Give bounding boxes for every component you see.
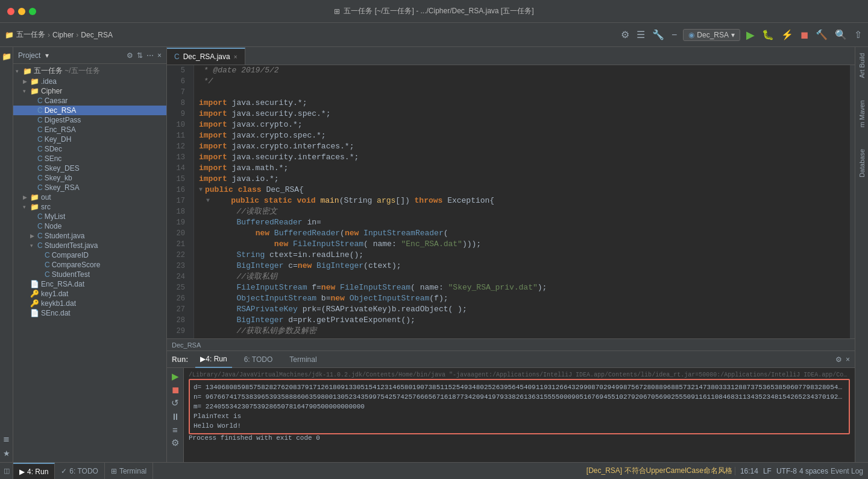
tree-item-studenttest[interactable]: ▾ C StudentTest.java (13, 241, 166, 250)
code-line: RSAPrivateKey prk=(RSAPrivateKey)b.readO… (199, 304, 845, 315)
left-vertical-bar: 📁 ≣ ★ (0, 47, 13, 462)
folder-icon: 📁 (5, 31, 14, 39)
settings-icon[interactable]: ⚙ (835, 355, 842, 364)
build-button[interactable]: 🔨 (814, 28, 829, 42)
status-lf: LF (761, 467, 774, 475)
terminal-tab[interactable]: ⊞ Terminal (105, 463, 153, 480)
tools-icon[interactable]: 🔧 (651, 28, 665, 42)
code-line: //读取密文 (199, 206, 845, 217)
tree-item-dec-rsa[interactable]: C Dec_RSA (13, 106, 166, 115)
coverage-button[interactable]: ⚡ (780, 28, 794, 42)
project-icon[interactable]: 📁 (0, 49, 13, 63)
minimize-button[interactable] (18, 8, 25, 15)
settings-icon[interactable]: ⚙ (127, 51, 133, 60)
tree-item-senc-dat[interactable]: 📄 SEnc.dat (13, 308, 166, 318)
debug-button[interactable]: 🐛 (761, 28, 775, 42)
maven-panel[interactable]: m Maven (857, 97, 867, 131)
tree-item-cipher[interactable]: ▾ 📁 Cipher (13, 86, 166, 96)
close-button[interactable] (7, 8, 14, 15)
tree-item-compareid[interactable]: C CompareID (13, 250, 166, 260)
tree-item-caesar[interactable]: C Caesar (13, 96, 166, 106)
run-button[interactable]: ▶ (745, 27, 756, 43)
status-encoding[interactable]: UTF-8 (776, 467, 797, 475)
tree-item-sdec[interactable]: C SDec (13, 144, 166, 154)
tree-item-key1-dat[interactable]: 🔑 key1.dat (13, 289, 166, 299)
tree-item-skey-des[interactable]: C Skey_DES (13, 163, 166, 173)
code-line: new FileInputStream( name: "Enc_RSA.dat"… (199, 239, 845, 250)
rerun-button[interactable]: ↺ (169, 397, 181, 409)
tree-item-senc[interactable]: C SEnc (13, 154, 166, 163)
tree-item-comparescore[interactable]: C CompareScore (13, 260, 166, 270)
code-line: import java.io.*; (199, 174, 845, 185)
tree-item-src[interactable]: ▾ 📁 src (13, 202, 166, 212)
tree-item-idea[interactable]: ▶ 📁 .idea (13, 77, 166, 86)
database-panel[interactable]: Database (857, 145, 867, 181)
tree-item-key-dh[interactable]: C Key_DH (13, 135, 166, 144)
editor-tabs: C Dec_RSA.java × (167, 47, 855, 65)
status-bar: [Dec_RSA] 不符合UpperCamelCase命名风格 16:14 LF… (587, 466, 868, 476)
module-name[interactable]: Cipher (52, 31, 74, 39)
tree-item-studenttest2[interactable]: C StudentTest (13, 270, 166, 279)
bottom-tab-run[interactable]: ▶ 4: Run (195, 351, 231, 368)
code-line: ▼ public class Dec_RSA{ (199, 185, 845, 195)
tab-close-icon[interactable]: × (234, 54, 237, 60)
stop-run-button[interactable]: ◼ (169, 384, 181, 396)
editor-scrollbar[interactable] (850, 65, 855, 338)
tree-item-digestpass[interactable]: C DigestPass (13, 115, 166, 125)
run-again-button[interactable]: ▶ (169, 370, 181, 382)
tree-item-mylist[interactable]: C MyList (13, 212, 166, 221)
gear-icon[interactable]: ⋯ (146, 51, 154, 60)
search-button[interactable]: 🔍 (834, 28, 848, 42)
fold-arrow[interactable]: ▼ (199, 185, 203, 195)
status-warning[interactable]: [Dec_RSA] 不符合UpperCamelCase命名风格 (587, 466, 732, 476)
breadcrumb: 📁 五一任务 › Cipher › Dec_RSA (5, 30, 113, 40)
code-content[interactable]: * @date 2019/5/2 */ import java.security… (194, 65, 850, 338)
tree-item-skey-rsa[interactable]: C Skey_RSA (13, 183, 166, 192)
project-toggle[interactable]: ◫ (0, 463, 13, 480)
todo-tab[interactable]: ✓ 6: TODO (55, 463, 105, 480)
tree-item-student[interactable]: ▶ C Student.java (13, 231, 166, 241)
tree-item-enc-rsa[interactable]: C Enc_RSA (13, 125, 166, 135)
tree-item-enc-rsa-dat[interactable]: 📄 Enc_RSA.dat (13, 279, 166, 289)
project-name[interactable]: 五一任务 (16, 30, 45, 40)
code-line: BigInteger d=prk.getPrivateExponent(); (199, 315, 845, 326)
status-indent[interactable]: 4 spaces (799, 467, 828, 475)
tree-item-keykb1-dat[interactable]: 🔑 keykb1.dat (13, 299, 166, 308)
window-controls[interactable] (7, 8, 36, 15)
fold-arrow[interactable]: ▼ (206, 195, 210, 206)
close-panel-icon[interactable]: × (846, 355, 850, 364)
tree-item-out[interactable]: ▶ 📁 out (13, 192, 166, 202)
settings-icon[interactable]: ⚙ (620, 28, 631, 42)
tree-item-skey-kb[interactable]: C Skey_kb (13, 173, 166, 183)
maximize-button[interactable] (29, 8, 36, 15)
tree-item-root[interactable]: ▾ 📁 五一任务 ~/五一任务 (13, 65, 166, 77)
art-build-panel[interactable]: Art Build (857, 49, 867, 82)
stop-button[interactable]: ◼ (799, 28, 810, 42)
pause-button[interactable]: ⏸ (169, 410, 181, 422)
help-icon[interactable]: − (670, 28, 678, 42)
output-plaintext: PlainText is (193, 411, 845, 421)
editor-tab-dec-rsa[interactable]: C Dec_RSA.java × (167, 48, 245, 65)
file-name-breadcrumb[interactable]: Dec_RSA (81, 31, 113, 39)
code-line: import javax.crypto.interfaces.*; (199, 141, 845, 152)
top-toolbar: 📁 五一任务 › Cipher › Dec_RSA ⚙ ☰ 🔧 − ◉ Dec_… (0, 23, 868, 47)
bottom-tab-todo[interactable]: 6: TODO (239, 351, 278, 368)
code-line (199, 87, 845, 98)
run-tab[interactable]: ▶ 4: Run (13, 463, 55, 480)
bottom-tab-terminal[interactable]: Terminal (285, 351, 321, 368)
run-config-selector[interactable]: ◉ Dec_RSA ▾ (683, 29, 740, 41)
event-log[interactable]: Event Log (831, 467, 863, 475)
project-tree: ▾ 📁 五一任务 ~/五一任务 ▶ 📁 .idea ▾ 📁 Cipher C C… (13, 64, 166, 462)
close-panel-icon[interactable]: × (157, 51, 162, 60)
settings-run-button[interactable]: ⚙ (169, 437, 181, 449)
favorites-icon[interactable]: ★ (0, 446, 13, 460)
git-button[interactable]: ⇧ (853, 28, 863, 42)
structure-icon[interactable]: ≣ (0, 432, 13, 445)
sort-icon[interactable]: ⇅ (137, 51, 143, 60)
code-line: */ (199, 76, 845, 87)
tree-item-node[interactable]: C Node (13, 221, 166, 231)
run-controls: ▶ ◼ ↺ ⏸ ≡ ⚙ (167, 368, 184, 462)
dump-threads-button[interactable]: ≡ (169, 423, 181, 436)
layout-icon[interactable]: ☰ (635, 28, 646, 42)
code-line: BufferedReader in= (199, 217, 845, 228)
